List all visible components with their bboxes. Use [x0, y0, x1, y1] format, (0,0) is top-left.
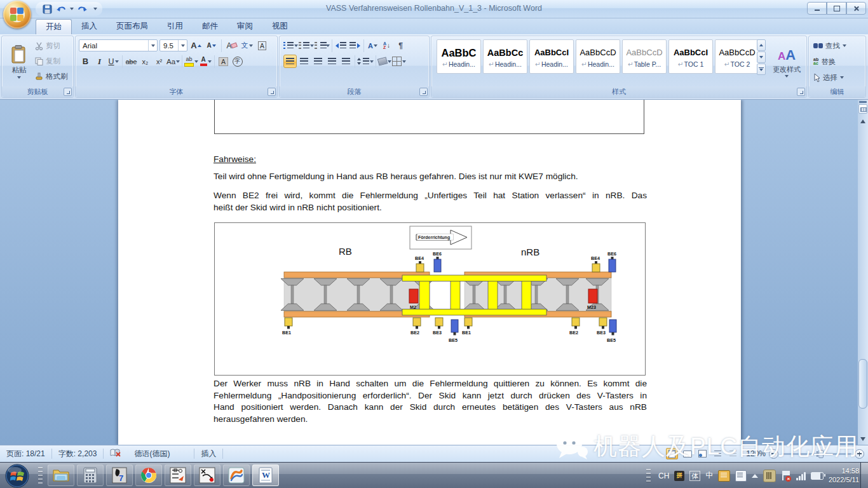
decrease-indent-button[interactable]	[334, 39, 348, 52]
tab-references[interactable]: 引用	[158, 19, 193, 34]
asian-layout-button[interactable]: A	[366, 39, 379, 52]
ime-mode-indicator[interactable]: 中	[705, 470, 713, 481]
maximize-button[interactable]	[827, 2, 846, 15]
gallery-scroll-down-icon[interactable]	[757, 51, 766, 63]
justify-button[interactable]	[325, 55, 339, 68]
align-left-button[interactable]	[283, 55, 297, 68]
explorer-icon[interactable]	[48, 464, 74, 486]
change-styles-button[interactable]: AA 更改样式	[768, 39, 805, 87]
shading-button[interactable]	[378, 55, 391, 68]
vertical-scrollbar[interactable]	[858, 100, 868, 445]
replace-button[interactable]: abac 替换	[813, 55, 846, 68]
bold-button[interactable]: B	[79, 55, 92, 68]
ime-menu-icon[interactable]	[735, 470, 747, 482]
shrink-font-button[interactable]: A	[205, 39, 218, 52]
underline-button[interactable]: U	[107, 55, 120, 68]
insert-mode-indicator[interactable]: 插入	[194, 449, 222, 459]
subscript-button[interactable]: x₂	[139, 55, 152, 68]
styles-dialog-launcher[interactable]	[797, 88, 805, 96]
copy-button[interactable]: 复制	[35, 55, 68, 67]
style-toc-2[interactable]: AaBbCcD ↵TOC 2	[715, 39, 759, 74]
font-color-button[interactable]: A	[199, 55, 212, 68]
character-shading-button[interactable]: A	[217, 55, 230, 68]
character-border-button[interactable]: A	[255, 39, 269, 52]
format-painter-button[interactable]: 格式刷	[35, 70, 68, 83]
calculator-icon[interactable]	[77, 464, 104, 486]
network-signal-icon[interactable]	[796, 471, 806, 480]
battery-icon[interactable]	[811, 472, 824, 480]
tab-mailings[interactable]: 邮件	[193, 19, 227, 34]
split-handle[interactable]	[859, 101, 867, 103]
paste-dropdown-icon[interactable]	[17, 76, 21, 79]
multilevel-list-button[interactable]	[315, 39, 330, 52]
step7-app-icon[interactable]: 7	[106, 464, 133, 486]
ime-language-indicator[interactable]: CH	[658, 471, 669, 480]
start-button[interactable]	[5, 464, 29, 488]
increase-indent-button[interactable]	[348, 39, 362, 52]
tab-insert[interactable]: 插入	[72, 19, 107, 34]
font-size-combo[interactable]: 9.5	[159, 39, 187, 51]
borders-button[interactable]	[392, 55, 406, 68]
gallery-more-icon[interactable]	[757, 64, 766, 75]
font-family-combo[interactable]: Arial	[79, 39, 158, 51]
align-center-button[interactable]	[297, 55, 311, 68]
plc-ladder-app-icon[interactable]	[165, 464, 191, 486]
tab-home[interactable]: 开始	[36, 19, 72, 34]
select-button[interactable]: 选择	[813, 71, 846, 84]
paste-button[interactable]: 粘贴	[4, 38, 34, 85]
show-desktop-button[interactable]	[860, 463, 868, 488]
chrome-icon[interactable]	[135, 464, 162, 486]
sort-button[interactable]: AZ↓	[380, 39, 393, 52]
line-spacing-button[interactable]	[357, 55, 374, 68]
grow-font-button[interactable]: A	[189, 39, 203, 52]
font-family-dropdown-icon[interactable]	[148, 40, 157, 51]
find-button[interactable]: 查找	[813, 39, 846, 52]
tab-view[interactable]: 视图	[262, 19, 297, 34]
autothink-app-icon[interactable]	[223, 464, 250, 486]
style-table-p[interactable]: AaBbCcD ↵Table P...	[622, 39, 667, 74]
italic-button[interactable]: I	[93, 55, 106, 68]
scroll-up-icon[interactable]	[858, 116, 867, 126]
strikethrough-button[interactable]: abe	[125, 55, 138, 68]
clipboard-dialog-launcher[interactable]	[64, 88, 72, 96]
style-heading-1[interactable]: AaBbC ↵Headin...	[437, 39, 481, 74]
font-size-dropdown-icon[interactable]	[178, 40, 187, 51]
ime-charset-toggle[interactable]: 体	[689, 471, 700, 481]
change-case-button[interactable]: Aa	[166, 55, 180, 68]
ime-writing-pad-icon[interactable]	[718, 470, 730, 482]
show-hide-marks-button[interactable]: ¶	[394, 39, 407, 52]
word-count[interactable]: 字数: 2,203	[52, 449, 104, 459]
align-right-button[interactable]	[311, 55, 325, 68]
cut-button[interactable]: 剪切	[35, 39, 68, 52]
distribute-button[interactable]	[339, 55, 353, 68]
spellcheck-icon[interactable]	[104, 449, 128, 459]
clear-formatting-button[interactable]: A	[225, 39, 238, 52]
scrollbar-thumb[interactable]	[858, 359, 867, 409]
ime-pinyin-icon[interactable]: 拼	[674, 471, 684, 481]
action-center-icon[interactable]: ×	[781, 470, 791, 482]
bullets-button[interactable]	[283, 39, 298, 52]
style-heading-2[interactable]: AaBbCc ↵Headin...	[483, 39, 527, 74]
tray-clock[interactable]: 14:58 2022/5/11	[829, 467, 859, 484]
language-indicator[interactable]: 德语(德国)	[128, 449, 176, 459]
numbering-button[interactable]	[299, 39, 314, 52]
tab-page-layout[interactable]: 页面布局	[107, 19, 158, 34]
font-dialog-launcher[interactable]	[268, 88, 276, 96]
ruler-toggle-icon[interactable]	[858, 104, 867, 114]
minimize-button[interactable]	[807, 2, 827, 15]
gallery-scroll-up-icon[interactable]	[757, 39, 766, 51]
phonetic-guide-button[interactable]: 文	[240, 39, 254, 52]
curve-tool-app-icon[interactable]	[194, 464, 220, 486]
style-heading-3[interactable]: AaBbCcI ↵Headin...	[529, 39, 574, 74]
style-toc-1[interactable]: AaBbCcI ↵TOC 1	[668, 39, 713, 74]
page-indicator[interactable]: 页面: 18/21	[0, 449, 51, 459]
text-highlight-button[interactable]: ab	[184, 55, 198, 68]
style-heading-4[interactable]: AaBbCcD ↵Headin...	[576, 39, 620, 74]
close-button[interactable]	[846, 2, 866, 15]
word-taskbar-icon[interactable]: W	[252, 464, 279, 486]
document-page[interactable]: Fahrweise: Teil wird ohne Fertigmeldung …	[118, 100, 741, 445]
tab-review[interactable]: 审阅	[227, 19, 262, 34]
touchpad-tray-icon[interactable]	[763, 470, 776, 482]
superscript-button[interactable]: x²	[153, 55, 166, 68]
office-button[interactable]	[3, 1, 31, 29]
